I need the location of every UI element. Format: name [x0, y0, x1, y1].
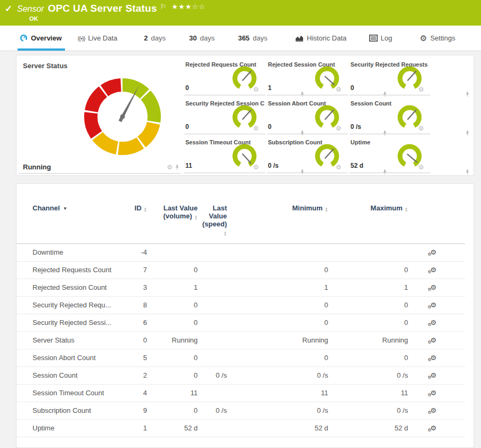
pin-icon[interactable]: [175, 164, 180, 170]
col-header-last-value-volume[interactable]: Last Value (volume): [147, 184, 198, 244]
gear-icon[interactable]: ⚙: [418, 125, 424, 132]
tab-label: Live Data: [88, 34, 117, 42]
channel-settings-icon[interactable]: ⚙⚙: [430, 406, 437, 414]
tab-live-data[interactable]: ((•)) Live Data: [78, 26, 117, 51]
channel-settings-icon[interactable]: ⚙⚙: [430, 319, 437, 327]
tab-label: Settings: [430, 34, 455, 42]
cell-minimum: [227, 244, 328, 262]
channel-gauge-cell: Session Abort Count0⚙: [267, 99, 348, 134]
gauge-title: Uptime: [350, 139, 370, 145]
gear-icon[interactable]: ⚙: [336, 164, 341, 170]
col-header-last-value-speed[interactable]: Last Value (speed): [198, 184, 227, 244]
gauge-value: 0: [185, 84, 189, 92]
channels-table: Channel ID Last Value (volume) Last Valu…: [17, 184, 465, 437]
channel-gauge-cell: Subscription Count0 /s⚙: [267, 137, 348, 173]
channel-settings-icon[interactable]: ⚙⚙: [430, 248, 437, 256]
cell-filler: [459, 420, 465, 437]
gear-icon[interactable]: ⚙: [253, 164, 259, 170]
gear-icon[interactable]: ⚙: [336, 125, 341, 132]
tab-30-days[interactable]: 30 days: [189, 26, 215, 51]
channel-settings-icon[interactable]: ⚙⚙: [430, 301, 437, 309]
channel-settings-icon[interactable]: ⚙⚙: [430, 354, 437, 362]
channel-settings-icon[interactable]: ⚙⚙: [430, 389, 437, 397]
col-header-maximum[interactable]: Maximum: [328, 184, 408, 244]
cell-minimum: 1: [227, 279, 328, 297]
cell-filler: [459, 385, 465, 402]
gauge-needle: [407, 71, 416, 80]
log-icon: [369, 35, 378, 42]
pin-icon[interactable]: [465, 130, 470, 136]
cell-minimum: 0 /s: [227, 367, 328, 385]
cell-maximum: 52 d: [328, 420, 408, 437]
table-row: Session Timeout Count4111111⚙⚙: [17, 385, 465, 402]
cell-actions: ⚙⚙: [408, 244, 459, 262]
table-row: Security Rejected Sessi...6000⚙⚙: [17, 314, 465, 332]
cell-actions: ⚙⚙: [408, 367, 459, 385]
channel-settings-icon[interactable]: ⚙⚙: [430, 283, 437, 291]
cell-last-value-speed: [198, 349, 227, 367]
gear-icon[interactable]: ⚙: [253, 86, 259, 93]
cell-filler: [459, 244, 465, 262]
cell-maximum: 0 /s: [328, 402, 408, 420]
gauge-title: Server Status: [23, 62, 68, 70]
priority-stars[interactable]: ★★★☆☆: [172, 3, 205, 11]
table-row: Rejected Requests Count7000⚙⚙: [17, 262, 465, 279]
cell-id: 2: [123, 367, 147, 385]
cell-minimum: Running: [227, 332, 328, 349]
tab-overview[interactable]: Overview: [20, 26, 62, 51]
cell-maximum: [328, 244, 408, 262]
cell-id: 6: [123, 314, 147, 332]
channel-settings-icon[interactable]: ⚙⚙: [430, 336, 437, 344]
sort-icon: [405, 207, 408, 212]
gear-icon[interactable]: ⚙: [418, 164, 424, 170]
cell-actions: ⚙⚙: [408, 314, 459, 332]
gauge-value: 52 d: [350, 162, 363, 169]
pin-icon[interactable]: [465, 169, 470, 175]
col-header-filler: [459, 184, 465, 244]
channel-gauges-grid: Rejected Requests Count0⚙Rejected Sessio…: [184, 60, 430, 173]
cell-maximum: 11: [328, 385, 408, 402]
tab-settings[interactable]: ⚙ Settings: [420, 26, 455, 51]
channel-settings-icon[interactable]: ⚙⚙: [430, 371, 437, 379]
cell-channel: Session Count: [17, 367, 123, 385]
cell-last-value-volume: 1: [147, 279, 198, 297]
col-header-id[interactable]: ID: [123, 184, 147, 244]
gear-icon[interactable]: ⚙: [418, 86, 424, 93]
cell-actions: ⚙⚙: [408, 420, 459, 437]
table-row: Server Status0RunningRunningRunning⚙⚙: [17, 332, 465, 349]
tab-bar: Overview ((•)) Live Data 2 days 30 days …: [0, 26, 481, 51]
channel-settings-icon[interactable]: ⚙⚙: [430, 266, 437, 274]
cell-last-value-speed: 0 /s: [198, 402, 227, 420]
cell-actions: ⚙⚙: [408, 332, 459, 349]
gear-icon[interactable]: ⚙: [167, 164, 173, 170]
pin-icon[interactable]: [465, 91, 470, 97]
col-header-channel[interactable]: Channel: [17, 184, 123, 244]
cell-filler: [459, 262, 465, 279]
cell-maximum: 0 /s: [328, 367, 408, 385]
cell-maximum: Running: [328, 332, 408, 349]
cell-id: 4: [123, 385, 147, 402]
cell-id: 0: [123, 332, 147, 349]
cell-last-value-speed: [198, 279, 227, 297]
tab-2-days[interactable]: 2 days: [144, 26, 166, 51]
cell-actions: ⚙⚙: [408, 279, 459, 297]
table-row: Rejected Session Count3111⚙⚙: [17, 279, 465, 297]
tab-log[interactable]: Log: [369, 26, 393, 51]
tab-365-days[interactable]: 365 days: [238, 26, 267, 51]
gear-icon[interactable]: ⚙: [253, 125, 259, 132]
col-header-minimum[interactable]: Minimum: [227, 184, 328, 244]
historic-data-icon: [295, 35, 304, 42]
flag-icon: ⚐: [160, 3, 167, 11]
cell-last-value-volume: [147, 244, 198, 262]
gauge-value: 0 /s: [350, 123, 361, 131]
gear-icon[interactable]: ⚙: [336, 86, 341, 93]
cell-minimum: 0: [227, 314, 328, 332]
cell-channel: Downtime: [17, 244, 123, 262]
gauge-value: 1: [268, 84, 272, 92]
channel-settings-icon[interactable]: ⚙⚙: [430, 424, 437, 432]
status-badge: OK: [29, 15, 38, 22]
cell-last-value-speed: [198, 244, 227, 262]
cell-id: 7: [123, 262, 147, 279]
tab-historic-data[interactable]: Historic Data: [295, 26, 346, 51]
cell-actions: ⚙⚙: [408, 402, 459, 420]
